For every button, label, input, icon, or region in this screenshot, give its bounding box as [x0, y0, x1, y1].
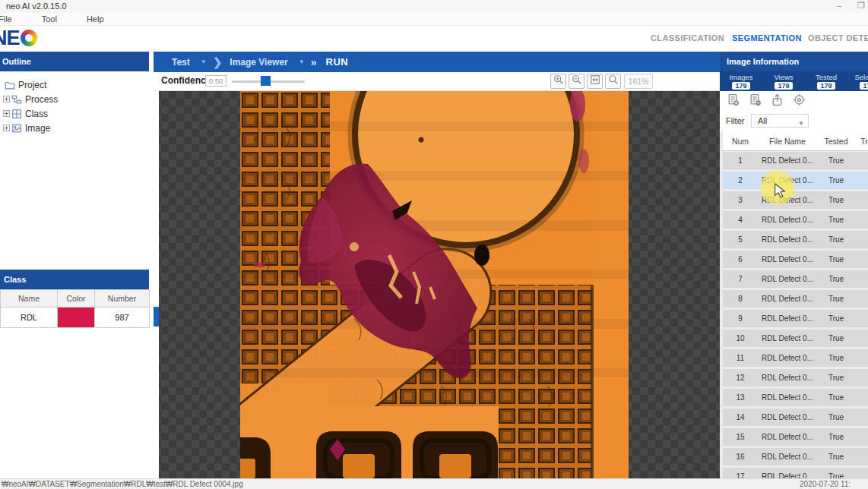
- left-sidebar: Outline ProjectProcessClassImage Class N…: [0, 52, 154, 478]
- table-row[interactable]: 7RDL Defect 0...TrueFalse: [723, 270, 868, 288]
- table-row[interactable]: 9RDL Defect 0...TrueFalse: [723, 310, 868, 327]
- cell-tested: True: [817, 472, 855, 478]
- class-panel-header-label: Class: [4, 275, 26, 284]
- main-tab-object-detection[interactable]: OBJECT DETECTION: [808, 33, 868, 43]
- tab-image-viewer[interactable]: Image Viewer: [230, 57, 288, 68]
- table-row[interactable]: 14RDL Defect 0...TrueFalse: [723, 409, 868, 426]
- cell-num: 10: [723, 334, 758, 342]
- minimize-button[interactable]: –: [831, 0, 847, 11]
- cell-transform: False: [855, 275, 868, 283]
- tree-item-image[interactable]: Image: [0, 121, 154, 135]
- run-button[interactable]: RUN: [326, 56, 349, 68]
- zoom-in-button[interactable]: [550, 74, 566, 89]
- image-information-header-label: Image Information: [727, 57, 799, 66]
- export-icon: [771, 93, 784, 109]
- confidence-slider[interactable]: [232, 80, 305, 83]
- cell-num: 3: [723, 196, 758, 204]
- viewer-panel: Test ▼ ❯ Image Viewer ▼ » RUN Confidence…: [154, 52, 720, 478]
- table-row[interactable]: 4RDL Defect 0...TrueFalse: [723, 211, 868, 229]
- class-count-cell: 987: [95, 308, 150, 328]
- tree-item-process[interactable]: Process: [0, 92, 154, 106]
- class-table-row[interactable]: RDL987: [1, 308, 150, 328]
- table-row[interactable]: 1RDL Defect 0...TrueFalse: [723, 152, 868, 169]
- tree-item-label: Image: [25, 123, 50, 134]
- tree-item-label: Class: [25, 109, 48, 119]
- table-row[interactable]: 11RDL Defect 0...TrueFalse: [723, 349, 868, 367]
- menu-item-tool[interactable]: Tool: [37, 13, 62, 25]
- cell-tested: True: [817, 433, 855, 441]
- stat-selected: Selected179: [847, 71, 868, 91]
- current-file-path: ₩neoAI₩DATASET₩Segmentation₩RDL₩test₩RDL…: [2, 480, 243, 488]
- stat-value-badge: 179: [860, 82, 868, 90]
- table-row[interactable]: 3RDL Defect 0...TrueFalse: [723, 191, 868, 209]
- image-information-header: Image Information: [720, 52, 868, 71]
- filter-dropdown[interactable]: All ▼: [751, 114, 809, 128]
- menu-item-file[interactable]: File: [0, 13, 17, 25]
- cell-tested: True: [817, 156, 855, 165]
- cell-transform: False: [855, 196, 868, 204]
- cell-num: 1: [723, 156, 758, 165]
- fit-screen-button[interactable]: [587, 74, 603, 89]
- cell-tested: True: [817, 275, 855, 283]
- splitter-collapse-handle[interactable]: [154, 307, 159, 327]
- class-color-swatch[interactable]: [58, 308, 95, 328]
- magnifier-button[interactable]: [605, 74, 621, 89]
- confidence-input[interactable]: 0.50: [205, 75, 227, 87]
- table-row[interactable]: 16RDL Defect 0...TrueFalse: [723, 448, 868, 465]
- table-row[interactable]: 13RDL Defect 0...TrueFalse: [723, 389, 868, 406]
- document-plus-icon: [727, 93, 740, 109]
- table-row[interactable]: 5RDL Defect 0...TrueFalse: [723, 231, 868, 248]
- cell-num: 16: [723, 453, 758, 461]
- remove-image-button[interactable]: [748, 94, 762, 108]
- tree-expander-icon[interactable]: [3, 110, 10, 117]
- add-image-button[interactable]: [726, 94, 740, 108]
- settings-button[interactable]: [792, 94, 806, 108]
- cell-file: RDL Defect 0...: [758, 472, 817, 478]
- image-icon: [11, 123, 22, 134]
- cell-num: 7: [723, 275, 758, 283]
- class-table-column-header: Name: [1, 290, 58, 308]
- panel-splitter[interactable]: [154, 91, 159, 478]
- tree-expander-icon[interactable]: [3, 96, 10, 103]
- menu-item-help[interactable]: Help: [82, 13, 109, 25]
- confidence-slider-handle[interactable]: [261, 76, 271, 86]
- cell-num: 15: [723, 433, 758, 441]
- table-row[interactable]: 17RDL Defect 0...TrueFalse: [723, 468, 868, 478]
- cell-file: RDL Defect 0...: [758, 314, 817, 323]
- logo-text: NE: [0, 27, 20, 49]
- tree-item-project[interactable]: Project: [0, 77, 154, 92]
- table-row[interactable]: 8RDL Defect 0...TrueFalse: [723, 290, 868, 308]
- cell-tested: True: [817, 314, 855, 323]
- tree-expander-icon[interactable]: [3, 125, 10, 131]
- stat-value-badge: 179: [732, 82, 749, 90]
- main-tab-segmentation[interactable]: SEGMENTATION: [732, 33, 802, 43]
- cell-tested: True: [817, 354, 855, 362]
- test-dropdown-caret-icon[interactable]: ▼: [201, 58, 207, 65]
- table-row[interactable]: 2RDL Defect 0...TrueFalse: [723, 172, 868, 189]
- export-button[interactable]: [770, 94, 784, 108]
- stat-label: Views: [762, 73, 805, 81]
- cell-transform: False: [855, 354, 868, 362]
- tab-test[interactable]: Test: [172, 57, 190, 68]
- cell-tested: True: [817, 295, 855, 303]
- cell-num: 14: [723, 413, 758, 421]
- restore-button[interactable]: ❐: [853, 0, 868, 11]
- tree-item-class[interactable]: Class: [0, 106, 154, 121]
- table-row[interactable]: 6RDL Defect 0...TrueFalse: [723, 251, 868, 268]
- image-viewer-dropdown-caret-icon[interactable]: ▼: [299, 58, 305, 65]
- table-row[interactable]: 12RDL Defect 0...TrueFalse: [723, 369, 868, 386]
- main-tab-classification[interactable]: CLASSIFICATION: [651, 33, 724, 43]
- zoom-out-button[interactable]: [569, 74, 584, 89]
- table-row[interactable]: 10RDL Defect 0...TrueFalse: [723, 330, 868, 347]
- class-icon: [11, 109, 22, 119]
- image-canvas[interactable]: [154, 91, 720, 478]
- image-information-panel: Image Information Images179Views179Teste…: [720, 52, 868, 478]
- table-row[interactable]: 15RDL Defect 0...TrueFalse: [723, 428, 868, 446]
- cell-file: RDL Defect 0...: [758, 334, 817, 342]
- cell-file: RDL Defect 0...: [758, 413, 817, 421]
- title-bar: neo AI v2.0.15.0 – ❐: [0, 0, 868, 13]
- cell-transform: False: [855, 295, 868, 303]
- image-table-header: NumFile NameTestedTransform: [723, 131, 868, 151]
- class-name-cell: RDL: [1, 308, 58, 328]
- image-table-column-header: Transform: [855, 137, 868, 146]
